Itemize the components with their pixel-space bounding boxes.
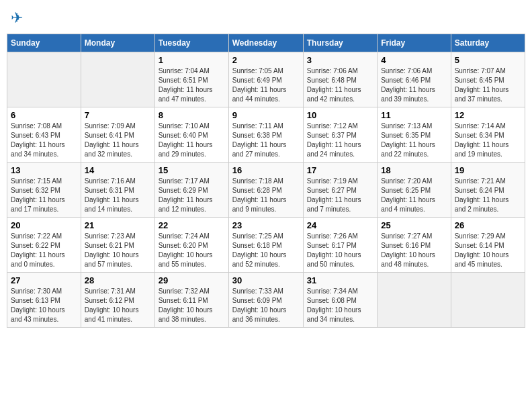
day-info: Sunrise: 7:21 AMSunset: 6:24 PMDaylight:… (455, 177, 521, 214)
calendar-cell: 10Sunrise: 7:12 AMSunset: 6:37 PMDayligh… (303, 107, 377, 163)
day-number: 4 (381, 55, 447, 65)
day-info: Sunrise: 7:10 AMSunset: 6:40 PMDaylight:… (159, 122, 225, 159)
day-info: Sunrise: 7:30 AMSunset: 6:13 PMDaylight:… (11, 287, 77, 324)
day-info: Sunrise: 7:11 AMSunset: 6:38 PMDaylight:… (232, 122, 300, 159)
calendar-week-row: 1Sunrise: 7:04 AMSunset: 6:51 PMDaylight… (7, 52, 525, 107)
calendar-cell: 11Sunrise: 7:13 AMSunset: 6:35 PMDayligh… (378, 107, 451, 163)
day-number: 17 (307, 165, 373, 175)
calendar-cell: 2Sunrise: 7:05 AMSunset: 6:49 PMDaylight… (228, 52, 303, 107)
logo-bird-icon: ✈ (11, 9, 23, 26)
day-info: Sunrise: 7:22 AMSunset: 6:22 PMDaylight:… (11, 232, 77, 269)
weekday-header-sunday: Sunday (7, 34, 81, 52)
calendar-cell (7, 52, 81, 107)
day-info: Sunrise: 7:17 AMSunset: 6:29 PMDaylight:… (159, 177, 225, 214)
weekday-header-monday: Monday (81, 34, 154, 52)
day-number: 31 (307, 275, 373, 285)
day-info: Sunrise: 7:23 AMSunset: 6:21 PMDaylight:… (85, 232, 151, 269)
calendar-cell: 12Sunrise: 7:14 AMSunset: 6:34 PMDayligh… (451, 107, 525, 163)
day-number: 27 (11, 275, 77, 285)
day-info: Sunrise: 7:06 AMSunset: 6:46 PMDaylight:… (381, 66, 447, 104)
day-number: 3 (307, 55, 373, 65)
calendar-cell: 16Sunrise: 7:18 AMSunset: 6:28 PMDayligh… (228, 163, 303, 218)
day-number: 20 (11, 220, 77, 230)
calendar-cell: 27Sunrise: 7:30 AMSunset: 6:13 PMDayligh… (7, 273, 81, 328)
calendar-cell: 7Sunrise: 7:09 AMSunset: 6:41 PMDaylight… (81, 107, 154, 163)
calendar-cell: 3Sunrise: 7:06 AMSunset: 6:48 PMDaylight… (303, 52, 377, 107)
calendar-cell: 30Sunrise: 7:33 AMSunset: 6:09 PMDayligh… (228, 273, 303, 328)
calendar-cell: 5Sunrise: 7:07 AMSunset: 6:45 PMDaylight… (451, 52, 525, 107)
day-info: Sunrise: 7:04 AMSunset: 6:51 PMDaylight:… (159, 66, 225, 104)
day-number: 24 (307, 220, 373, 230)
day-number: 22 (159, 220, 225, 230)
weekday-header-friday: Friday (378, 34, 451, 52)
calendar-table: SundayMondayTuesdayWednesdayThursdayFrid… (7, 34, 525, 328)
weekday-header-thursday: Thursday (303, 34, 377, 52)
weekday-header-saturday: Saturday (451, 34, 525, 52)
day-number: 15 (159, 165, 225, 175)
calendar-cell: 25Sunrise: 7:27 AMSunset: 6:16 PMDayligh… (378, 218, 451, 273)
day-info: Sunrise: 7:29 AMSunset: 6:14 PMDaylight:… (455, 232, 521, 269)
day-info: Sunrise: 7:06 AMSunset: 6:48 PMDaylight:… (307, 66, 373, 104)
calendar-week-row: 27Sunrise: 7:30 AMSunset: 6:13 PMDayligh… (7, 273, 525, 328)
calendar-cell: 8Sunrise: 7:10 AMSunset: 6:40 PMDaylight… (154, 107, 228, 163)
calendar-cell (81, 52, 154, 107)
calendar-cell: 6Sunrise: 7:08 AMSunset: 6:43 PMDaylight… (7, 107, 81, 163)
calendar-week-row: 6Sunrise: 7:08 AMSunset: 6:43 PMDaylight… (7, 107, 525, 163)
day-number: 7 (85, 110, 151, 120)
day-info: Sunrise: 7:13 AMSunset: 6:35 PMDaylight:… (381, 122, 447, 159)
day-info: Sunrise: 7:32 AMSunset: 6:11 PMDaylight:… (159, 287, 225, 324)
calendar-cell: 15Sunrise: 7:17 AMSunset: 6:29 PMDayligh… (154, 163, 228, 218)
day-number: 28 (85, 275, 151, 285)
calendar-cell: 21Sunrise: 7:23 AMSunset: 6:21 PMDayligh… (81, 218, 154, 273)
day-number: 6 (11, 110, 77, 120)
day-info: Sunrise: 7:20 AMSunset: 6:25 PMDaylight:… (381, 177, 447, 214)
calendar-cell: 9Sunrise: 7:11 AMSunset: 6:38 PMDaylight… (228, 107, 303, 163)
day-number: 14 (85, 165, 151, 175)
calendar-cell: 18Sunrise: 7:20 AMSunset: 6:25 PMDayligh… (378, 163, 451, 218)
calendar-cell: 20Sunrise: 7:22 AMSunset: 6:22 PMDayligh… (7, 218, 81, 273)
day-info: Sunrise: 7:19 AMSunset: 6:27 PMDaylight:… (307, 177, 373, 214)
calendar-week-row: 20Sunrise: 7:22 AMSunset: 6:22 PMDayligh… (7, 218, 525, 273)
calendar-cell: 31Sunrise: 7:34 AMSunset: 6:08 PMDayligh… (303, 273, 377, 328)
day-number: 1 (159, 55, 225, 65)
day-number: 10 (307, 110, 373, 120)
calendar-cell: 29Sunrise: 7:32 AMSunset: 6:11 PMDayligh… (154, 273, 228, 328)
day-info: Sunrise: 7:08 AMSunset: 6:43 PMDaylight:… (11, 122, 77, 159)
day-info: Sunrise: 7:31 AMSunset: 6:12 PMDaylight:… (85, 287, 151, 324)
day-number: 19 (455, 165, 521, 175)
day-number: 8 (159, 110, 225, 120)
day-number: 23 (232, 220, 300, 230)
weekday-header-wednesday: Wednesday (228, 34, 303, 52)
day-number: 16 (232, 165, 300, 175)
calendar-cell: 4Sunrise: 7:06 AMSunset: 6:46 PMDaylight… (378, 52, 451, 107)
page-header: ✈ (7, 7, 525, 30)
day-number: 2 (232, 55, 300, 65)
day-number: 13 (11, 165, 77, 175)
calendar-week-row: 13Sunrise: 7:15 AMSunset: 6:32 PMDayligh… (7, 163, 525, 218)
day-number: 29 (159, 275, 225, 285)
weekday-header-row: SundayMondayTuesdayWednesdayThursdayFrid… (7, 34, 525, 52)
day-info: Sunrise: 7:33 AMSunset: 6:09 PMDaylight:… (232, 287, 300, 324)
day-number: 9 (232, 110, 300, 120)
logo: ✈ (11, 9, 23, 27)
day-info: Sunrise: 7:05 AMSunset: 6:49 PMDaylight:… (232, 66, 300, 104)
calendar-cell: 22Sunrise: 7:24 AMSunset: 6:20 PMDayligh… (154, 218, 228, 273)
day-info: Sunrise: 7:25 AMSunset: 6:18 PMDaylight:… (232, 232, 300, 269)
day-info: Sunrise: 7:12 AMSunset: 6:37 PMDaylight:… (307, 122, 373, 159)
day-info: Sunrise: 7:09 AMSunset: 6:41 PMDaylight:… (85, 122, 151, 159)
day-number: 26 (455, 220, 521, 230)
day-info: Sunrise: 7:18 AMSunset: 6:28 PMDaylight:… (232, 177, 300, 214)
day-info: Sunrise: 7:34 AMSunset: 6:08 PMDaylight:… (307, 287, 373, 324)
calendar-cell: 23Sunrise: 7:25 AMSunset: 6:18 PMDayligh… (228, 218, 303, 273)
day-number: 5 (455, 55, 521, 65)
day-info: Sunrise: 7:24 AMSunset: 6:20 PMDaylight:… (159, 232, 225, 269)
day-number: 12 (455, 110, 521, 120)
day-number: 30 (232, 275, 300, 285)
day-info: Sunrise: 7:26 AMSunset: 6:17 PMDaylight:… (307, 232, 373, 269)
calendar-cell (378, 273, 451, 328)
calendar-cell: 14Sunrise: 7:16 AMSunset: 6:31 PMDayligh… (81, 163, 154, 218)
calendar-cell: 13Sunrise: 7:15 AMSunset: 6:32 PMDayligh… (7, 163, 81, 218)
calendar-cell: 28Sunrise: 7:31 AMSunset: 6:12 PMDayligh… (81, 273, 154, 328)
calendar-cell: 24Sunrise: 7:26 AMSunset: 6:17 PMDayligh… (303, 218, 377, 273)
day-info: Sunrise: 7:14 AMSunset: 6:34 PMDaylight:… (455, 122, 521, 159)
